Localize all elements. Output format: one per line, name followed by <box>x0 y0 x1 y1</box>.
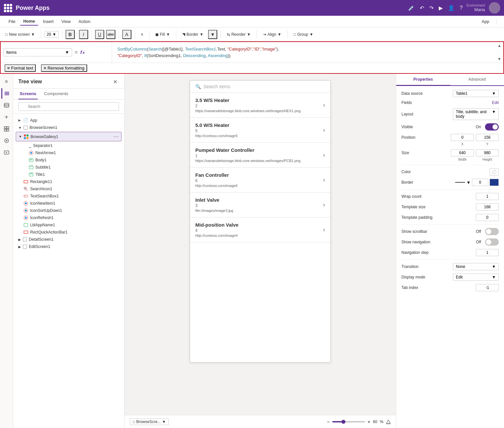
waffle-icon[interactable] <box>4 4 12 12</box>
prop-data-source-dropdown[interactable]: Table1 ▼ <box>453 90 499 97</box>
zoom-slider[interactable] <box>332 421 365 422</box>
gallery-item-1[interactable]: 5.0 W/S Heater 5 http://contoso.com/imag… <box>190 118 330 143</box>
align-text-button[interactable]: ≡ <box>138 31 146 38</box>
tree-item-browse-gallery[interactable]: ▼ BrowseGallery1 ⋯ <box>16 132 122 141</box>
menu-view[interactable]: View <box>58 18 74 25</box>
reorder-button[interactable]: ⇆ Reorder ▼ <box>224 31 253 38</box>
tree-close-button[interactable]: ✕ <box>111 78 119 86</box>
prop-fields-edit[interactable]: Edit <box>492 100 499 105</box>
strikethrough-button[interactable]: abc <box>106 30 115 39</box>
fit-to-screen-button[interactable]: ⧋ <box>386 419 391 425</box>
tree-item-rectangle11[interactable]: Rectangle11 <box>13 178 124 185</box>
gallery-item-4[interactable]: Inlet Valve 3 file://images/image3.jpg › <box>190 193 330 217</box>
prop-wrap-count-input[interactable] <box>476 193 499 200</box>
health-check-icon[interactable]: 💉 <box>408 5 415 11</box>
format-text-button[interactable]: ≡ Format text <box>5 64 36 72</box>
formula-name-dropdown[interactable]: Items ▼ <box>3 48 72 56</box>
prop-size-width[interactable] <box>451 149 474 156</box>
avatar[interactable] <box>489 2 500 13</box>
new-screen-button[interactable]: □ New screen ▼ <box>3 31 38 38</box>
menu-action[interactable]: Action <box>75 18 94 25</box>
tree-item-browse-screen[interactable]: ▼ BrowseScreen1 <box>13 124 124 131</box>
tree-item-nextarrow1[interactable]: NextArrow1 <box>13 149 124 156</box>
menu-insert[interactable]: Insert <box>40 18 57 25</box>
tree-item-detail-screen[interactable]: ▶ DetailScreen1 <box>13 236 124 243</box>
tree-search-input[interactable] <box>18 102 119 111</box>
menu-file[interactable]: File <box>5 18 19 25</box>
prop-position-y[interactable] <box>476 134 499 141</box>
formula-scroll-up[interactable]: ▲ <box>497 43 502 48</box>
remove-formatting-button[interactable]: ≡ Remove formatting <box>41 64 87 72</box>
gallery-context-menu[interactable]: ⋯ <box>113 133 119 140</box>
formula-content[interactable]: SortByColumns(Search([@Table1], TextSear… <box>112 42 495 63</box>
tree-item-body1[interactable]: Body1 <box>13 156 124 164</box>
formula-fx-button[interactable]: fx <box>80 50 85 55</box>
prop-visible-toggle[interactable] <box>485 123 499 131</box>
tree-item-lblappname1[interactable]: LblAppName1 <box>13 221 124 229</box>
prop-color-swatch[interactable] <box>490 168 499 175</box>
play-icon[interactable]: ▶ <box>439 5 443 11</box>
prop-border-value[interactable] <box>472 179 488 186</box>
tab-advanced[interactable]: Advanced <box>450 74 504 85</box>
tree-item-app[interactable]: ▶ 📄 App <box>13 116 124 124</box>
prop-position-x[interactable] <box>451 134 474 141</box>
border-button[interactable]: ◥ Border ▼ <box>180 31 206 38</box>
sidebar-media-icon[interactable] <box>1 147 12 158</box>
zoom-out-button[interactable]: − <box>327 419 330 424</box>
tree-item-iconrefresh1[interactable]: IconRefresh1 <box>13 214 124 221</box>
italic-button[interactable]: I <box>79 30 88 39</box>
bold-button[interactable]: B <box>66 30 75 39</box>
sidebar-home-icon[interactable]: ≡ <box>1 76 12 87</box>
gallery-item-2[interactable]: Pumped Water Controller 1 https://vanars… <box>190 143 330 168</box>
prop-transition-dropdown[interactable]: None ▼ <box>453 263 499 270</box>
sidebar-layers-icon[interactable] <box>1 88 12 99</box>
tree-item-separator1[interactable]: ⎯ Separator1 <box>13 142 124 149</box>
gallery-item-0[interactable]: 3.5 W/S Heater 2 https://vanarsdelstorag… <box>190 93 330 118</box>
menu-home[interactable]: Home <box>20 17 38 26</box>
sidebar-add-icon[interactable]: + <box>1 112 12 122</box>
prop-layout-dropdown[interactable]: Title, subtitle, and ▼ body <box>453 108 499 120</box>
zoom-in-button[interactable]: + <box>368 419 370 424</box>
sidebar-data-icon[interactable] <box>1 100 12 111</box>
undo-icon[interactable]: ↶ <box>420 5 424 11</box>
prop-tab-index-input[interactable] <box>476 284 499 291</box>
prop-display-mode-dropdown[interactable]: Edit ▼ <box>453 274 499 281</box>
prop-show-navigation-toggle[interactable] <box>485 238 499 246</box>
tree-item-iconsortupdown1[interactable]: IconSortUpDown1 <box>13 207 124 214</box>
tree-item-textsearchbox1[interactable]: TextSearchBox1 <box>13 193 124 200</box>
tab-screens[interactable]: Screens <box>18 89 38 99</box>
prop-show-scrollbar-toggle[interactable] <box>485 228 499 235</box>
tab-components[interactable]: Components <box>43 89 70 99</box>
redo-icon[interactable]: ↷ <box>429 5 434 11</box>
prop-size-height[interactable] <box>476 149 499 156</box>
user-icon[interactable]: 👤 <box>448 5 455 11</box>
tree-item-edit-screen[interactable]: ▶ EditScreen1 <box>13 243 124 250</box>
underline-button[interactable]: U <box>95 30 104 39</box>
tree-item-title1[interactable]: Title1 <box>13 171 124 178</box>
prop-navigation-step-input[interactable] <box>476 249 499 256</box>
gallery-item-5[interactable]: Mid-position Valve 4 http://contoso.com/… <box>190 217 330 242</box>
tree-item-searchicon1[interactable]: SearchIcon1 <box>13 185 124 193</box>
text-color-button[interactable]: A <box>122 30 131 39</box>
prop-template-padding-input[interactable] <box>476 214 499 221</box>
help-icon[interactable]: ? <box>460 5 463 11</box>
align-button[interactable]: ⇥ Align ▼ <box>260 31 284 38</box>
tree-item-rectquickactionbar1[interactable]: RectQuickActionBar1 <box>13 229 124 236</box>
tab-properties[interactable]: Properties <box>396 74 450 86</box>
prop-template-size-input[interactable] <box>476 203 499 211</box>
prop-border-style-dropdown[interactable]: ▼ <box>455 180 471 185</box>
sidebar-variables-icon[interactable] <box>1 135 12 146</box>
sidebar-components-icon[interactable] <box>1 124 12 134</box>
font-size-dropdown[interactable]: 20 ▼ <box>45 31 59 38</box>
group-button[interactable]: □ Group ▼ <box>291 31 316 38</box>
canvas-screen-selector[interactable]: □ BrowseScre... ▼ <box>130 418 169 425</box>
menu-app[interactable]: App <box>478 18 493 25</box>
tree-item-iconnewitem1[interactable]: IconNewItem1 <box>13 200 124 207</box>
border-chevron[interactable]: ▼ <box>208 30 217 39</box>
gallery-item-3[interactable]: Fan Controller 6 http://contoso.com/imag… <box>190 168 330 193</box>
phone-search-bar[interactable]: 🔍 Search items <box>190 81 330 93</box>
fill-button[interactable]: ◼ Fill ▼ <box>153 31 173 38</box>
prop-border-color[interactable] <box>490 179 499 186</box>
tree-item-subtitle1[interactable]: Subtitle1 <box>13 164 124 171</box>
formula-scroll-down[interactable]: ▼ <box>497 57 502 61</box>
